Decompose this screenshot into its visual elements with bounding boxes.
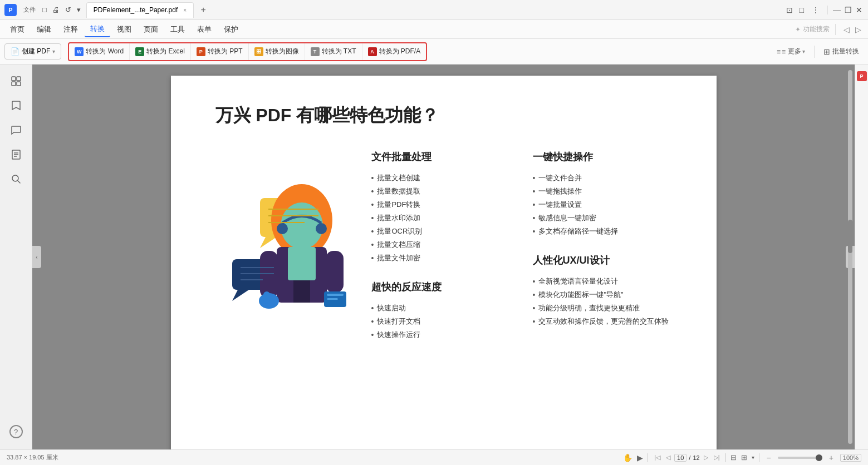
pdfa-icon: A <box>368 47 377 56</box>
fit-width-btn[interactable]: ⊞ <box>741 453 747 462</box>
list-item: 批量PDF转换 <box>371 198 511 211</box>
feature-search-label: 功能搜索 <box>803 24 830 34</box>
convert-txt-label: 转换为 TXT <box>322 47 356 56</box>
total-pages: 12 <box>693 454 699 461</box>
sidebar-icon-search[interactable] <box>6 169 26 189</box>
svg-rect-23 <box>263 291 270 304</box>
list-item: 敏感信息一键加密 <box>533 211 672 225</box>
scroll-track[interactable] <box>848 70 852 444</box>
prev-page-btn[interactable]: ◁ <box>664 453 672 462</box>
menu-convert[interactable]: 转换 <box>85 22 110 37</box>
more-arrow: ▾ <box>802 48 805 55</box>
menu-page[interactable]: 页面 <box>138 22 164 37</box>
svg-rect-1 <box>17 77 21 81</box>
batch-list: 批量文档创建 批量数据提取 批量PDF转换 批量水印添加 批量OCR识别 批量文… <box>371 171 511 265</box>
sidebar-icon-pages[interactable] <box>6 145 26 165</box>
section-title-onekey: 一键快捷操作 <box>533 150 672 164</box>
scroll-thumb[interactable] <box>848 220 852 253</box>
active-tab[interactable]: PDFelement_...te_Paper.pdf × <box>86 2 194 18</box>
section-title-uxui: 人性化UX/UI设计 <box>533 254 672 267</box>
pdf-content-area: 文件批量处理 批量文档创建 批量数据提取 批量PDF转换 批量水印添加 批量OC… <box>371 150 672 357</box>
status-divider1 <box>648 453 648 462</box>
list-item: 一键拖拽操作 <box>533 185 672 198</box>
menu-view[interactable]: 视图 <box>111 22 137 37</box>
menu-forms[interactable]: 表单 <box>192 22 217 37</box>
speed-list: 快速启动 快速打开文档 快速操作运行 <box>371 301 511 342</box>
new-tab-btn[interactable]: + <box>197 4 209 16</box>
zoom-out-btn[interactable]: − <box>764 453 773 462</box>
sidebar-icon-panels[interactable] <box>6 71 26 91</box>
page-nav: |◁ ◁ 10 / 12 ▷ ▷| <box>653 453 721 462</box>
list-item: 一键文件合并 <box>533 171 672 185</box>
page-separator: / <box>689 454 690 461</box>
next-page-btn[interactable]: ▷ <box>702 453 710 462</box>
zoom-level[interactable]: 100% <box>840 454 861 462</box>
list-item: 模块化功能图标一键"导航" <box>533 288 672 301</box>
sidebar-icon-comment[interactable] <box>6 120 26 140</box>
convert-pdfa-btn[interactable]: A 转换为 PDF/A <box>362 43 426 60</box>
menu-edit[interactable]: 编辑 <box>31 22 57 37</box>
win-restore-btn[interactable]: ❐ <box>844 6 852 14</box>
convert-excel-btn[interactable]: E 转换为 Excel <box>130 43 191 60</box>
current-page[interactable]: 10 <box>674 454 686 462</box>
last-page-btn[interactable]: ▷| <box>712 453 722 462</box>
convert-image-label: 转换为图像 <box>266 47 299 56</box>
txt-icon: T <box>311 47 320 56</box>
win-close-btn[interactable]: ✕ <box>855 6 864 14</box>
section-speed: 超快的反应速度 快速启动 快速打开文档 快速操作运行 <box>371 280 511 342</box>
zoom-in-btn[interactable]: + <box>827 453 836 462</box>
menu-tools[interactable]: 工具 <box>165 22 190 37</box>
win-minimize-btn[interactable]: — <box>832 6 841 14</box>
menu-bar: 首页 编辑 注释 转换 视图 页面 工具 表单 保护 ✦ 功能搜索 ◁ ▷ <box>0 20 868 39</box>
svg-rect-26 <box>327 294 344 296</box>
tab-close-btn[interactable]: × <box>183 7 187 13</box>
svg-rect-2 <box>12 82 16 86</box>
batch-label: 批量转换 <box>832 47 859 56</box>
menu-home[interactable]: 首页 <box>4 22 30 37</box>
first-page-btn[interactable]: |◁ <box>653 453 662 462</box>
feature-search[interactable]: ✦ 功能搜索 <box>795 24 830 34</box>
title-bar-right: ⊡ □ ⋮ — ❐ ✕ <box>784 4 864 16</box>
win-icon2[interactable]: □ <box>797 4 806 16</box>
toolbar-icon-print[interactable]: 🖨 <box>50 4 62 15</box>
convert-ppt-btn[interactable]: P 转换为 PPT <box>191 43 249 60</box>
menu-annotate[interactable]: 注释 <box>58 22 84 37</box>
svg-rect-20 <box>288 247 316 280</box>
nav-forward-btn[interactable]: ▷ <box>853 24 864 35</box>
right-panel-pdf-icon[interactable]: P <box>857 71 867 81</box>
sidebar-help-icon[interactable]: ? <box>9 425 23 443</box>
section-title-batch: 文件批量处理 <box>371 150 511 164</box>
file-menu-icon[interactable]: 文件 <box>20 4 39 15</box>
main-layout: ? ‹ › 万兴 PDF 有哪些特色功能？ <box>0 65 868 449</box>
status-hand-icon[interactable]: ✋ <box>623 453 632 462</box>
win-menu-btn[interactable]: ⋮ <box>808 4 823 16</box>
menu-protect[interactable]: 保护 <box>218 22 244 37</box>
create-pdf-btn[interactable]: 📄 创建 PDF ▾ <box>4 43 61 60</box>
convert-word-btn[interactable]: W 转换为 Word <box>69 43 130 60</box>
toolbar-icon-save[interactable]: □ <box>40 4 49 15</box>
toolbar-icon-dropdown[interactable]: ▾ <box>75 4 83 15</box>
status-select-icon[interactable]: ▶ <box>637 453 643 462</box>
fit-page-btn[interactable]: ⊟ <box>730 453 737 462</box>
nav-back-btn[interactable]: ◁ <box>841 24 852 35</box>
svg-point-16 <box>277 223 288 234</box>
svg-rect-3 <box>17 82 21 86</box>
excel-icon: E <box>135 47 144 56</box>
zoom-slider[interactable] <box>778 457 822 459</box>
convert-image-btn[interactable]: ⊞ 转换为图像 <box>249 43 305 60</box>
batch-convert-btn[interactable]: ⊞ 批量转换 <box>819 44 864 58</box>
convert-txt-btn[interactable]: T 转换为 TXT <box>305 43 362 60</box>
search-star-icon: ✦ <box>795 26 801 33</box>
fit-arrow-btn[interactable]: ▾ <box>752 454 754 461</box>
pdf-viewer[interactable]: ‹ › 万兴 PDF 有哪些特色功能？ <box>32 65 855 449</box>
sidebar-icon-bookmark[interactable] <box>6 96 26 116</box>
image-icon: ⊞ <box>254 47 263 56</box>
title-bar-left: P 文件 □ 🖨 ↺ ▾ PDFelement_...te_Paper.pdf … <box>4 2 209 18</box>
more-btn[interactable]: ≡ ≡ 更多 ▾ <box>772 44 810 58</box>
toolbar-icon-undo[interactable]: ↺ <box>63 4 73 15</box>
win-icon1[interactable]: ⊡ <box>784 4 795 16</box>
tab-label: PDFelement_...te_Paper.pdf <box>94 6 178 14</box>
create-pdf-label: 创建 PDF <box>22 47 50 56</box>
expand-left-btn[interactable]: ‹ <box>32 246 41 268</box>
list-item: 一键批量设置 <box>533 198 672 211</box>
